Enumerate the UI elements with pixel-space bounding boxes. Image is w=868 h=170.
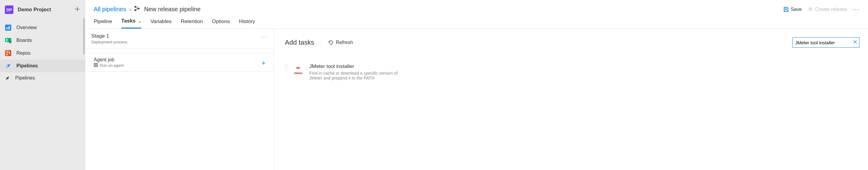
svg-rect-6 bbox=[6, 40, 8, 41]
add-tasks-panel: Add tasks Refresh ∷∷∷ ✒ JMeter bbox=[274, 29, 868, 170]
refresh-button[interactable]: Refresh bbox=[328, 40, 353, 45]
stage-more-button[interactable]: ··· bbox=[261, 34, 267, 40]
tab-label: Tasks bbox=[121, 18, 136, 24]
sidebar-item-overview[interactable]: Overview bbox=[0, 21, 85, 34]
tab-options[interactable]: Options bbox=[212, 18, 230, 28]
agent-job-row[interactable]: Agent job Run on agent ＋ bbox=[88, 53, 274, 72]
sidebar-item-label: Pipelines bbox=[17, 63, 38, 69]
task-result-item[interactable]: ∷∷∷ ✒ JMeter JMeter tool installer Find … bbox=[285, 63, 860, 80]
svg-point-18 bbox=[810, 8, 811, 9]
create-release-button: Create release bbox=[808, 7, 847, 12]
tab-pipeline[interactable]: Pipeline bbox=[94, 18, 112, 28]
tabs-bar: Pipeline Tasks ⌄ Variables Retention Opt… bbox=[85, 15, 868, 29]
add-project-button[interactable] bbox=[74, 6, 80, 13]
sidebar-item-label: Overview bbox=[17, 25, 37, 30]
stage-title: Stage 1 bbox=[91, 33, 268, 39]
breadcrumb-title: New release pipeline bbox=[144, 6, 200, 13]
add-tasks-header: Add tasks Refresh bbox=[285, 37, 860, 48]
pipelines-sub-icon bbox=[5, 75, 10, 81]
content-area: Stage 1 Deployment process ··· Agent job… bbox=[85, 29, 868, 170]
task-result-title: JMeter tool installer bbox=[309, 63, 410, 70]
sidebar-scrollbar[interactable] bbox=[83, 18, 85, 170]
agent-icon bbox=[94, 63, 98, 68]
divider bbox=[321, 39, 321, 46]
sidebar-item-pipelines[interactable]: Pipelines bbox=[0, 59, 85, 72]
tab-label: Retention bbox=[181, 18, 203, 24]
jmeter-logo-icon: ✒ JMeter bbox=[292, 63, 304, 76]
svg-rect-21 bbox=[94, 66, 98, 67]
tab-retention[interactable]: Retention bbox=[181, 18, 203, 28]
clear-search-button[interactable] bbox=[853, 40, 857, 45]
add-tasks-heading: Add tasks bbox=[285, 39, 314, 46]
svg-rect-19 bbox=[94, 63, 98, 64]
chevron-down-icon: ⌄ bbox=[138, 19, 141, 24]
task-search-box[interactable] bbox=[793, 37, 860, 48]
boards-icon bbox=[5, 37, 11, 44]
drag-handle-icon[interactable]: ∷∷∷ bbox=[285, 63, 288, 70]
tab-label: History bbox=[239, 18, 255, 24]
agent-job-title: Agent job bbox=[94, 57, 268, 62]
svg-rect-5 bbox=[6, 39, 8, 40]
agent-job-subtitle-text: Run on agent bbox=[100, 63, 124, 68]
sidebar-item-repos[interactable]: Repos bbox=[0, 47, 85, 59]
stage-column: Stage 1 Deployment process ··· Agent job… bbox=[85, 29, 274, 170]
breadcrumb-bar: All pipelines › New release pipeline Sav… bbox=[85, 0, 868, 15]
sidebar-item-label: Repos bbox=[17, 50, 30, 56]
rocket-icon bbox=[808, 7, 813, 12]
sidebar-item-pipelines-sub[interactable]: Pipelines bbox=[0, 72, 85, 84]
stage-subtitle: Deployment process bbox=[91, 40, 268, 44]
svg-rect-17 bbox=[785, 10, 787, 11]
svg-rect-1 bbox=[6, 28, 7, 30]
save-label: Save bbox=[791, 7, 802, 12]
sidebar-item-boards[interactable]: Boards bbox=[0, 34, 85, 47]
breadcrumb-root[interactable]: All pipelines bbox=[94, 6, 126, 13]
repos-icon bbox=[5, 50, 11, 56]
sidebar-item-label: Boards bbox=[17, 38, 32, 43]
sidebar-item-label: Pipelines bbox=[15, 75, 35, 81]
add-task-to-job-button[interactable]: ＋ bbox=[260, 58, 267, 68]
sidebar: DP Demo Project Overview Boards Repos bbox=[0, 0, 85, 170]
svg-rect-2 bbox=[8, 27, 9, 30]
refresh-icon bbox=[328, 40, 334, 45]
main-content: All pipelines › New release pipeline Sav… bbox=[85, 0, 868, 170]
tab-label: Variables bbox=[150, 18, 172, 24]
svg-rect-15 bbox=[138, 8, 140, 9]
pipelines-icon bbox=[5, 62, 11, 69]
project-name: Demo Project bbox=[18, 7, 74, 13]
tab-label: Pipeline bbox=[94, 18, 112, 24]
svg-rect-16 bbox=[785, 7, 787, 9]
tab-variables[interactable]: Variables bbox=[150, 18, 172, 28]
svg-rect-14 bbox=[134, 9, 136, 11]
agent-job-subtitle: Run on agent bbox=[94, 63, 268, 68]
chevron-right-icon: › bbox=[129, 6, 131, 13]
svg-rect-20 bbox=[94, 65, 98, 66]
more-actions-button[interactable]: ··· bbox=[852, 6, 860, 13]
svg-point-10 bbox=[6, 54, 8, 55]
task-result-text: JMeter tool installer Find in cache or d… bbox=[309, 63, 410, 80]
svg-point-9 bbox=[6, 51, 8, 52]
project-badge: DP bbox=[5, 5, 13, 14]
sidebar-project-header[interactable]: DP Demo Project bbox=[0, 0, 85, 19]
svg-rect-8 bbox=[5, 50, 11, 56]
svg-point-12 bbox=[7, 66, 8, 67]
release-pipeline-icon bbox=[134, 5, 140, 13]
refresh-label: Refresh bbox=[336, 40, 353, 45]
create-release-label: Create release bbox=[815, 7, 847, 12]
svg-rect-13 bbox=[134, 6, 136, 8]
logo-text: JMeter bbox=[294, 72, 303, 75]
tab-history[interactable]: History bbox=[239, 18, 255, 28]
task-result-description: Find in cache or download a specific ver… bbox=[309, 71, 410, 80]
save-icon bbox=[783, 7, 789, 12]
save-button[interactable]: Save bbox=[783, 7, 802, 12]
tab-label: Options bbox=[212, 18, 230, 24]
task-search-input[interactable] bbox=[795, 40, 853, 45]
stage-row[interactable]: Stage 1 Deployment process ··· bbox=[85, 29, 274, 49]
svg-rect-3 bbox=[9, 26, 10, 30]
overview-icon bbox=[5, 24, 11, 31]
sidebar-nav: Overview Boards Repos Pipelines Pipeline… bbox=[0, 21, 85, 84]
tab-tasks[interactable]: Tasks ⌄ bbox=[121, 18, 142, 29]
